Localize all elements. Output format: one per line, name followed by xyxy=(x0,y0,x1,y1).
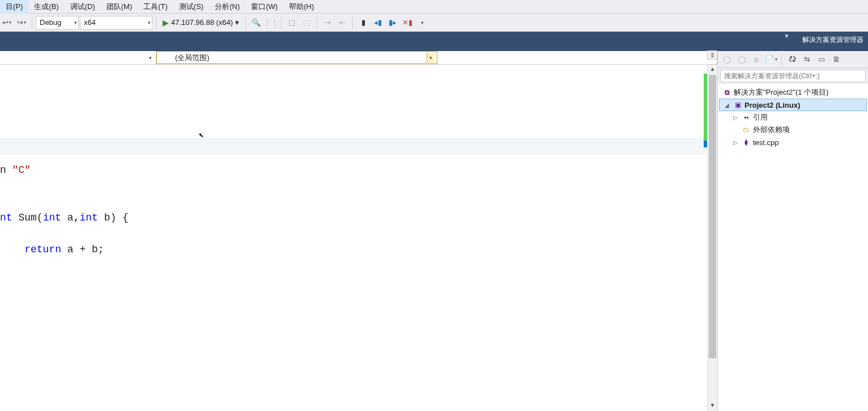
references-node[interactable]: ▷ ▪▪ 引用 xyxy=(719,111,867,124)
folder-icon: 🗀 xyxy=(742,125,751,134)
menu-window[interactable]: 窗口(W) xyxy=(245,0,283,14)
debug-target-label: 47.107.96.88 (x64) xyxy=(171,18,233,27)
source-file-label: test.cpp xyxy=(753,138,779,147)
menu-team[interactable]: 团队(M) xyxy=(101,0,138,14)
references-icon: ▪▪ xyxy=(742,113,751,122)
editor-nav-bar: ▾ (全局范围) ▾ ▾ xyxy=(0,51,717,65)
nav-fwd-button[interactable]: ↪▾ xyxy=(15,16,28,29)
chevron-down-icon: ▾ xyxy=(71,20,77,26)
source-file-node[interactable]: ▷ ⧫ test.cpp xyxy=(719,136,867,149)
home-icon[interactable]: ⌂ xyxy=(750,53,763,66)
play-icon: ▶ xyxy=(163,18,169,27)
chevron-down-icon: ▾ xyxy=(147,55,154,61)
panel-titlebar[interactable]: 解决方案资源管理器 xyxy=(793,32,869,51)
solution-node[interactable]: ⧉ 解决方案"Project2"(1 个项目) xyxy=(719,86,867,99)
config-label: Debug xyxy=(40,18,61,27)
cpp-file-icon: ⧫ xyxy=(742,138,751,147)
menu-tools[interactable]: 工具(T) xyxy=(138,0,173,14)
nav-scope-dropdown[interactable]: (全局范围) ▾ xyxy=(156,51,437,64)
find-in-files-icon[interactable]: 🔍 xyxy=(249,16,263,29)
prev-bookmark-icon[interactable]: ◂▮ xyxy=(371,16,385,29)
code-editor[interactable]: n "C" nt Sum(int a,int b) { return a + b… xyxy=(0,65,717,411)
toolbar-separator xyxy=(317,16,317,29)
project-label: Project2 (Linux) xyxy=(744,101,800,109)
indent-icon[interactable]: ⇥ xyxy=(321,16,334,29)
menu-debug[interactable]: 调试(D) xyxy=(65,0,101,14)
project-icon: ▣ xyxy=(733,100,742,109)
bookmark-icon[interactable]: ▮ xyxy=(356,16,370,29)
solution-tree[interactable]: ⧉ 解决方案"Project2"(1 个项目) ◢ ▣ Project2 (Li… xyxy=(718,84,868,411)
chevron-down-icon: ▾ xyxy=(427,52,435,63)
platform-dropdown[interactable]: x64 ▾ xyxy=(80,16,152,29)
chevron-down-icon: ▾ xyxy=(144,20,151,26)
scroll-up-icon[interactable]: ▲ xyxy=(708,65,717,75)
properties-icon[interactable]: 🗎 xyxy=(829,53,843,66)
solution-label: 解决方案"Project2"(1 个项目) xyxy=(734,87,828,98)
toolbar-separator xyxy=(245,16,246,29)
toolbar-overflow-icon[interactable]: ▾ xyxy=(415,16,429,29)
solution-explorer-search xyxy=(718,68,868,84)
solution-explorer-toolbar: ◯ ◯ ⌂ 📄▾ 🗘 ⇆ ▭ 🗎 xyxy=(718,51,868,68)
project-node[interactable]: ◢ ▣ Project2 (Linux) xyxy=(719,99,867,111)
menu-test[interactable]: 测试(S) xyxy=(173,0,209,14)
active-files-dropdown-icon[interactable]: ▼ xyxy=(781,32,793,40)
solution-explorer-title: 解决方案资源管理器 xyxy=(798,32,868,48)
split-window-icon[interactable]: ⇕ xyxy=(707,50,717,60)
menu-project[interactable]: 目(P) xyxy=(0,0,28,14)
sync-doc-icon[interactable]: 📄▾ xyxy=(764,53,778,66)
outdent-icon[interactable]: ⇤ xyxy=(335,16,349,29)
nav-scope-label: (全局范围) xyxy=(161,53,210,63)
main-area: ⇕ ▾ (全局范围) ▾ ▾ n "C" nt Sum(int a,int b)… xyxy=(0,51,868,411)
show-all-icon[interactable]: ▭ xyxy=(815,53,828,66)
expander-closed-icon[interactable]: ▷ xyxy=(731,115,739,121)
clear-bookmark-icon[interactable]: ✕▮ xyxy=(401,16,414,29)
comment-icon[interactable]: ⬚ xyxy=(285,16,299,29)
config-dropdown[interactable]: Debug ▾ xyxy=(36,16,79,29)
toolbar-separator xyxy=(352,16,353,29)
back-icon[interactable]: ◯ xyxy=(720,53,734,66)
expander-closed-icon[interactable]: ▷ xyxy=(731,139,739,146)
document-well: ▼ 解决方案资源管理器 xyxy=(0,32,868,51)
next-bookmark-icon[interactable]: ▮▸ xyxy=(386,16,399,29)
scroll-down-icon[interactable]: ▼ xyxy=(708,401,717,411)
toolbar-separator xyxy=(32,16,32,29)
external-deps-label: 外部依赖项 xyxy=(753,125,790,135)
collapse-all-icon[interactable]: ⇆ xyxy=(800,53,814,66)
platform-label: x64 xyxy=(84,18,96,27)
solution-explorer-panel: ◯ ◯ ⌂ 📄▾ 🗘 ⇆ ▭ 🗎 ⧉ 解决方案"Project2"(1 个项目) xyxy=(718,51,868,411)
refresh-icon[interactable]: 🗘 xyxy=(785,53,799,66)
toolbar-separator xyxy=(281,16,282,29)
standard-toolbar: ↩▾ ↪▾ Debug ▾ x64 ▾ ▶ 47.107.96.88 (x64)… xyxy=(0,14,868,32)
nav-project-dropdown[interactable]: ▾ xyxy=(0,51,156,64)
uncomment-icon[interactable]: ⬚ xyxy=(300,16,313,29)
code-content[interactable]: n "C" nt Sum(int a,int b) { return a + b… xyxy=(0,146,717,305)
toolbar-separator xyxy=(781,53,782,66)
start-debug-button[interactable]: ▶ 47.107.96.88 (x64) ▾ xyxy=(160,16,242,29)
document-tab-strip[interactable]: ▼ xyxy=(0,32,793,51)
editor-column: ⇕ ▾ (全局范围) ▾ ▾ n "C" nt Sum(int a,int b)… xyxy=(0,51,718,411)
menu-analyze[interactable]: 分析(N) xyxy=(209,0,245,14)
step-icon[interactable]: ⋮⋮ xyxy=(264,16,278,29)
toolbar-separator xyxy=(156,16,156,29)
change-marker-saved xyxy=(704,74,707,141)
solution-explorer-search-input[interactable] xyxy=(720,70,866,82)
expander-open-icon[interactable]: ◢ xyxy=(723,102,731,108)
nav-back-button[interactable]: ↩▾ xyxy=(0,16,14,29)
menu-help[interactable]: 帮助(H) xyxy=(283,0,320,14)
forward-icon[interactable]: ◯ xyxy=(735,53,748,66)
chevron-down-icon: ▾ xyxy=(235,18,239,27)
nav-member-dropdown[interactable]: ▾ xyxy=(437,51,717,64)
external-deps-node[interactable]: 🗀 外部依赖项 xyxy=(719,124,867,136)
menu-bar: 目(P) 生成(B) 调试(D) 团队(M) 工具(T) 测试(S) 分析(N)… xyxy=(0,0,868,14)
solution-icon: ⧉ xyxy=(722,88,731,97)
change-marker-caret xyxy=(704,141,707,147)
references-label: 引用 xyxy=(753,112,768,122)
menu-build[interactable]: 生成(B) xyxy=(28,0,64,14)
